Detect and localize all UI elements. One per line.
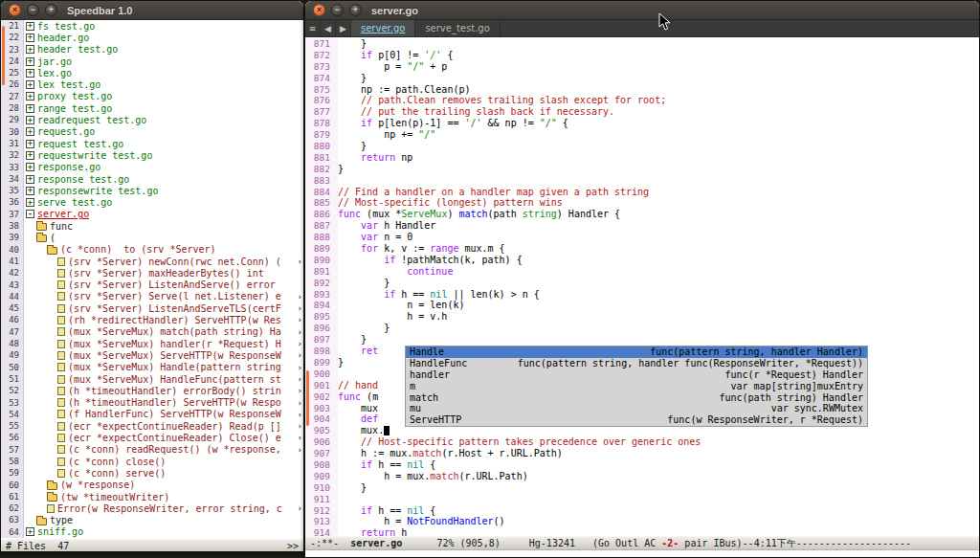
expand-icon[interactable]: + [26,22,34,31]
editor-buffer[interactable]: 871 }872 if p[0] != '/' {873 p = "/" + p… [305,37,979,536]
speedbar-item-label[interactable]: (c *conn) close() [68,457,166,467]
speedbar-row[interactable]: 61(tw *timeoutWriter) [1,491,303,502]
speedbar-row[interactable]: 29+readrequest_test.go [1,114,303,125]
speedbar-row[interactable]: 38func [1,220,303,232]
speedbar-item-label[interactable]: (mux *ServeMux) HandleFunc(pattern st [68,374,281,385]
speedbar-row[interactable]: 57(c *conn) readRequest() (w *response,› [1,444,303,456]
code-line[interactable]: 893 if h == nil || len(k) > n { [305,289,979,301]
tabbar-scroll-left-icon[interactable]: ◀ [321,20,336,36]
completion-item[interactable]: matchfunc(path string) Handler [406,392,867,404]
tag-icon[interactable] [57,269,65,278]
speedbar-item-label[interactable]: (c *conn) to (srv *Server) [60,244,216,255]
code-line[interactable]: 881 return np [305,152,979,164]
speedbar-row[interactable]: 43(srv *Server) ListenAndServe() error [1,279,303,291]
speedbar-item-label[interactable]: func [50,221,73,232]
tag-icon[interactable] [57,257,65,266]
speedbar-row[interactable]: 59(c *conn) serve() [1,467,303,479]
speedbar-item-label[interactable]: (c *conn) serve() [68,468,166,479]
code-line[interactable]: 897 } [305,334,979,346]
speedbar-item-label[interactable]: serve_test.go [37,197,112,208]
expand-icon[interactable]: + [26,198,34,207]
maximize-icon[interactable]: + [45,4,57,16]
code-line[interactable]: 871 } [305,38,979,50]
speedbar-item-label[interactable]: (ecr *expectContinueReader) Read(p [] [68,421,281,432]
tag-icon[interactable] [57,375,65,384]
speedbar-item-label[interactable]: fs_test.go [37,21,95,32]
speedbar-row[interactable]: 60(w *response) [1,480,303,491]
tag-icon[interactable] [57,280,65,289]
tab-server.go[interactable]: server.go [351,20,415,36]
code-line[interactable]: 879 np += "/" [305,129,979,141]
speedbar-item-label[interactable]: ( [50,233,56,243]
completion-item[interactable]: HandleFuncfunc(pattern string, handler f… [406,358,867,369]
expand-icon[interactable]: + [26,127,34,136]
minimize-icon[interactable]: − [27,4,39,16]
code-line[interactable]: 914 return h [305,527,979,536]
speedbar-item-label[interactable]: header_test.go [37,44,118,55]
code-line[interactable]: 909 h = mux.match(r.URL.Path) [305,471,979,482]
tag-icon[interactable] [57,363,65,371]
code-line[interactable]: 911 [305,494,979,505]
expand-icon[interactable]: + [26,33,34,42]
speedbar-item-label[interactable]: (mux *ServeMux) handler(r *Request) H [68,339,281,349]
completion-item[interactable]: muvar sync.RWMutex [406,403,867,414]
speedbar-row[interactable]: 55(ecr *expectContinueReader) Read(p []› [1,420,303,432]
completion-item[interactable]: ServeHTTPfunc(w ResponseWriter, r *Reque… [406,414,867,426]
speedbar-row[interactable]: 46(rh *redirectHandler) ServeHTTP(w Res› [1,314,303,325]
speedbar-row[interactable]: 22+header.go [1,32,303,43]
code-line[interactable]: 907 h := mux.match(r.Host + r.URL.Path) [305,448,979,459]
close-icon[interactable]: × [9,4,21,16]
folder-icon[interactable] [36,234,47,242]
speedbar-row[interactable]: 27+proxy_test.go [1,91,303,102]
speedbar-item-label[interactable]: (mux *ServeMux) Handle(pattern string [68,362,281,372]
expand-icon[interactable]: + [26,92,34,100]
tag-icon[interactable] [57,422,65,431]
code-line[interactable]: 885// Most-specific (longest) pattern wi… [305,197,979,209]
code-line[interactable]: 895 h = v.h [305,311,979,323]
speedbar-item-label[interactable]: jar.go [37,56,72,67]
speedbar-item-label[interactable]: Error(w ResponseWriter, error string, c [57,503,282,514]
speedbar-item-label[interactable]: (c *conn) readRequest() (w *response, [68,444,281,455]
speedbar-item-label[interactable]: (ecr *expectContinueReader) Close() e [68,433,281,443]
speedbar-row[interactable]: 47(mux *ServeMux) match(path string) Ha› [1,326,303,338]
expand-icon[interactable]: + [26,140,34,148]
speedbar-row[interactable]: 45(srv *Server) ListenAndServeTLS(certF› [1,302,303,314]
tabbar-menu-icon[interactable]: ≡ [305,20,321,36]
code-line[interactable]: 910 } [305,482,979,494]
tag-icon[interactable] [57,316,65,324]
speedbar-row[interactable]: 56(ecr *expectContinueReader) Close() e› [1,432,303,443]
speedbar-row[interactable]: 28+range_test.go [1,102,303,114]
speedbar-item-label[interactable]: requestwrite_test.go [37,150,152,161]
expand-icon[interactable]: + [26,187,34,195]
speedbar-row[interactable]: 24+jar.go [1,56,303,67]
speedbar-item-label[interactable]: (f HandlerFunc) ServeHTTP(w ResponseW [68,409,281,419]
folder-icon[interactable] [47,247,57,255]
speedbar-item-label[interactable]: (srv *Server) ListenAndServe() error [68,279,276,290]
speedbar-row[interactable]: 62Error(w ResponseWriter, error string, … [1,502,303,514]
minibuffer[interactable] [305,549,979,558]
speedbar-row[interactable]: 53(h *timeoutHandler) ServeHTTP(w Respo› [1,397,303,409]
speedbar-row[interactable]: 40(c *conn) to (srv *Server) [1,244,303,256]
code-line[interactable]: 886func (mux *ServeMux) match(path strin… [305,209,979,220]
speedbar-row[interactable]: 35+responsewrite_test.go [1,185,303,196]
speedbar-item-label[interactable]: (srv *Server) newConn(rwc net.Conn) ( [68,257,281,267]
tag-icon[interactable] [57,434,65,442]
speedbar-row[interactable]: 63type [1,514,303,525]
code-line[interactable]: 872 if p[0] != '/' { [305,50,979,61]
speedbar-item-label[interactable]: type [50,515,73,525]
tag-icon[interactable] [47,504,55,513]
tag-icon[interactable] [57,445,65,454]
speedbar-item-label[interactable]: sniff.go [37,526,83,537]
speedbar-item-label[interactable]: header.go [37,33,89,43]
speedbar-row[interactable]: 36+serve_test.go [1,196,303,208]
code-line[interactable]: 892 } [305,278,979,289]
speedbar-row[interactable]: 48(mux *ServeMux) handler(r *Request) H› [1,338,303,349]
tag-icon[interactable] [57,340,65,348]
code-line[interactable]: 896 } [305,323,979,334]
code-line[interactable]: 913 h = NotFoundHandler() [305,516,979,527]
speedbar-row[interactable]: 39( [1,232,303,243]
speedbar-item-label[interactable]: request_test.go [37,139,123,149]
speedbar-row[interactable]: 44(srv *Server) Serve(l net.Listener) e› [1,291,303,302]
folder-icon[interactable] [47,494,57,502]
speedbar-row[interactable]: 33+response.go [1,162,303,173]
